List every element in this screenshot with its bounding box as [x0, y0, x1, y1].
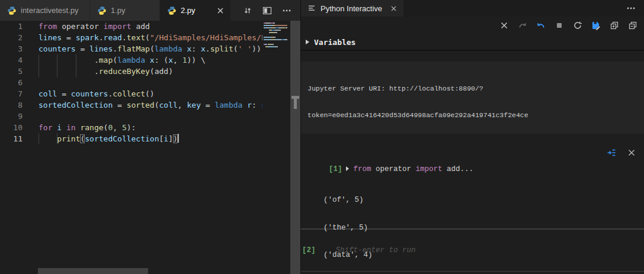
editor-vertical-scrollbar[interactable]	[290, 21, 300, 274]
chevron-right-icon	[306, 40, 309, 44]
tab-2-py[interactable]: 2.py	[160, 0, 231, 21]
cell-prompt: [2]	[302, 246, 316, 254]
code-line[interactable]: 5 .reduceByKey(add)	[0, 66, 262, 77]
code-line[interactable]: 3counters = lines.flatMap(lambda x: x.sp…	[0, 43, 262, 54]
line-number: 8	[0, 99, 23, 111]
minimap-line	[264, 25, 290, 26]
interactive-window-icon	[308, 4, 316, 12]
python-file-icon	[167, 6, 177, 15]
editor-horizontal-scrollbar[interactable]	[38, 268, 148, 274]
minimap-line	[264, 22, 290, 24]
interactive-cell-1: [1]from operator import add... ('of', 5)…	[301, 142, 644, 230]
line-number: 7	[0, 88, 23, 99]
tab-label: 2.py	[181, 6, 196, 15]
line-number: 11	[0, 133, 23, 144]
text-cursor	[178, 134, 179, 143]
code-editor[interactable]: 1from operator import add2lines = spark.…	[0, 21, 262, 262]
variables-section-header[interactable]: Variables	[301, 34, 644, 51]
expand-cell-icon[interactable]	[346, 166, 349, 171]
interactive-toolbar	[301, 17, 644, 34]
server-info-line: token=e0ed1a3c416420d53d64998acfa09e292a…	[307, 111, 644, 120]
clear-all-icon[interactable]	[499, 20, 510, 31]
python-interactive-panel: Python Interactive	[300, 0, 644, 274]
cell-prompt: [1]	[329, 165, 342, 173]
minimap-line	[264, 37, 290, 38]
code-line[interactable]: 11 print(sortedCollection[i])	[0, 133, 262, 144]
close-panel-icon[interactable]	[391, 6, 396, 11]
code-line[interactable]: 9	[0, 111, 262, 122]
tab-python-interactive[interactable]: Python Interactive	[301, 0, 403, 17]
line-number: 5	[0, 66, 23, 77]
code-line[interactable]: 6	[0, 77, 262, 88]
minimap-line	[264, 32, 290, 33]
tab-1-py[interactable]: 1.py	[90, 0, 160, 21]
line-number: 2	[0, 32, 23, 43]
minimap-line	[264, 30, 290, 31]
minimap-line	[264, 34, 290, 36]
variables-label: Variables	[314, 38, 355, 47]
server-info: Jupyter Server URI: http://localhost:889…	[301, 62, 644, 134]
collapse-all-icon[interactable]	[627, 20, 638, 31]
more-actions-icon[interactable]	[281, 5, 292, 16]
code-line[interactable]: 7coll = counters.collect()	[0, 88, 262, 99]
input-placeholder: Shift-enter to run	[336, 246, 416, 254]
server-info-line: Jupyter Server URI: http://localhost:889…	[307, 84, 644, 93]
editor-tab-bar: interactivetest.py 1.py 2.py	[0, 0, 300, 21]
close-tab-icon[interactable]	[217, 8, 223, 14]
minimap-line	[264, 27, 290, 28]
tab-label: 1.py	[111, 6, 126, 15]
python-file-icon	[7, 6, 17, 15]
minimap[interactable]	[262, 21, 290, 274]
interactive-input-cell[interactable]: [2]Shift-enter to run	[301, 230, 644, 272]
editor-group: interactivetest.py 1.py 2.py	[0, 0, 300, 274]
panel-tab-label: Python Interactive	[321, 4, 382, 13]
cell-code-tokens: from operator import add...	[354, 165, 474, 173]
line-number: 6	[0, 77, 23, 88]
line-number: 9	[0, 111, 23, 122]
export-notebook-icon[interactable]	[591, 20, 601, 31]
code-line[interactable]: 8sortedCollection = sorted(coll, key = l…	[0, 99, 262, 111]
swap-vertical-icon[interactable]	[242, 5, 253, 16]
tab-label: interactivetest.py	[21, 6, 79, 15]
minimap-line	[264, 46, 290, 47]
minimap-line	[264, 39, 290, 40]
line-number: 1	[0, 21, 23, 32]
python-file-icon	[97, 6, 107, 15]
line-number: 10	[0, 122, 23, 133]
goto-code-icon[interactable]	[606, 147, 617, 158]
minimap-line	[264, 41, 290, 43]
tab-interactivetest-py[interactable]: interactivetest.py	[0, 0, 90, 21]
editor-actions	[242, 0, 300, 21]
cell-actions	[606, 147, 637, 158]
restart-kernel-icon[interactable]	[572, 20, 583, 31]
code-line[interactable]: 1from operator import add	[0, 21, 262, 32]
undo-icon[interactable]	[536, 20, 546, 31]
code-line[interactable]: 2lines = spark.read.text("/HdiSamples/Hd…	[0, 32, 262, 43]
split-editor-icon[interactable]	[262, 5, 273, 16]
remove-cell-icon[interactable]	[626, 147, 637, 158]
expand-all-icon[interactable]	[609, 20, 620, 31]
line-number: 3	[0, 43, 23, 54]
more-actions-icon[interactable]	[626, 0, 636, 17]
code-line[interactable]: 4 .map(lambda x: (x, 1)) \	[0, 54, 262, 66]
output-line: ('of', 5)	[323, 196, 373, 205]
code-line[interactable]: 10for i in range(0, 5):	[0, 122, 262, 133]
line-number: 4	[0, 54, 23, 66]
scrollbar-handle-stem	[294, 98, 297, 109]
interrupt-icon[interactable]	[554, 20, 565, 31]
minimap-line	[264, 44, 290, 45]
panel-tab-bar: Python Interactive	[301, 0, 644, 17]
redo-icon[interactable]	[517, 20, 528, 31]
